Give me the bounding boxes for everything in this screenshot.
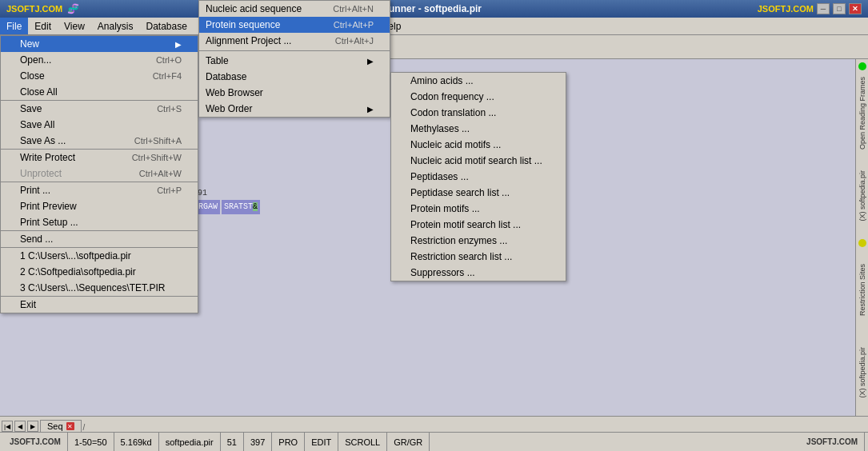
table-protein-motifs[interactable]: Protein motifs ...	[391, 201, 566, 217]
new-web-browser-label: Web Browser	[206, 87, 263, 98]
table-methylases[interactable]: Methylases ...	[391, 121, 566, 137]
status-mode-text: PRO	[278, 437, 298, 447]
menu-file[interactable]: File	[0, 18, 28, 34]
file-new-label: New	[20, 38, 39, 50]
file-save-shortcut: Ctrl+S	[157, 104, 182, 114]
menubar: File Edit View Analysis Database Options…	[0, 18, 868, 35]
status-scroll-text: SCROLL	[345, 437, 380, 447]
file-menu-send[interactable]: Send ...	[1, 231, 198, 247]
file-menu-open[interactable]: Open... Ctrl+O	[1, 52, 198, 68]
file-menu-close-all[interactable]: Close All	[1, 84, 198, 100]
status-grmode: GR/GR	[387, 433, 430, 451]
menu-analysis[interactable]: Analysis	[91, 18, 140, 34]
new-alignment[interactable]: Alignment Project ... Ctrl+Alt+J	[199, 33, 390, 49]
file-menu-exit[interactable]: Exit	[1, 297, 198, 313]
table-submenu: Amino acids ... Codon frequency ... Codo…	[390, 72, 566, 281]
maximize-button[interactable]: □	[833, 3, 846, 14]
table-restriction-search-list-label: Restriction search list ...	[410, 251, 512, 262]
table-codon-translation-label: Codon translation ...	[410, 107, 496, 118]
tab-seq[interactable]: Seq ✕	[40, 420, 82, 432]
file-menu-recent2[interactable]: 2 C:\Softpedia\softpedia.pir	[1, 264, 198, 280]
file-menu-section1: Open... Ctrl+O Close Ctrl+F4 Close All	[1, 52, 198, 101]
nav-prev[interactable]: ◀	[14, 421, 26, 432]
table-restriction-search-list[interactable]: Restriction search list ...	[391, 249, 566, 265]
file-menu-save-as[interactable]: Save As ... Ctrl+Shift+A	[1, 133, 198, 149]
file-recent3-label: 3 C:\Users\...\Sequences\TET.PIR	[20, 282, 165, 293]
table-codon-frequency-label: Codon frequency ...	[410, 91, 494, 102]
file-write-protect-shortcut: Ctrl+Shift+W	[132, 153, 182, 162]
status-size-text: 5.169kd	[121, 437, 152, 447]
table-peptidase-search[interactable]: Peptidase search list ...	[391, 185, 566, 201]
nav-first[interactable]: |◀	[2, 421, 13, 432]
new-database-label: Database	[206, 71, 246, 82]
minimize-button[interactable]: ─	[817, 3, 830, 14]
file-menu-print-setup[interactable]: Print Setup ...	[1, 214, 198, 230]
new-table[interactable]: Table ▶	[199, 53, 390, 69]
file-menu-section3: Write Protect Ctrl+Shift+W Unprotect Ctr…	[1, 150, 198, 182]
table-codon-frequency[interactable]: Codon frequency ...	[391, 89, 566, 105]
file-menu-print-preview[interactable]: Print Preview	[1, 198, 198, 214]
table-suppressors[interactable]: Suppressors ...	[391, 265, 566, 281]
sidebar-label-softpedia: (X) softpedia.pir	[858, 170, 866, 222]
table-restriction-enzymes[interactable]: Restriction enzymes ...	[391, 233, 566, 249]
table-codon-translation[interactable]: Codon translation ...	[391, 105, 566, 121]
statusbar: JSOFTJ.COM 1-50=50 5.169kd softpedia.pir…	[0, 432, 868, 451]
table-peptidase-search-label: Peptidase search list ...	[410, 187, 510, 198]
file-close-all-label: Close All	[20, 86, 58, 98]
file-print-label: Print ...	[20, 185, 50, 196]
status-logo-right-text: JSOFTJ.COM	[806, 437, 858, 446]
tab-add[interactable]: /	[82, 423, 87, 432]
status-range: 1-50=50	[68, 433, 114, 451]
file-menu-unprotect: Unprotect Ctrl+Alt+W	[1, 166, 198, 182]
menu-edit[interactable]: Edit	[28, 18, 58, 34]
table-nucleic-motifs[interactable]: Nucleic acid motifs ...	[391, 137, 566, 153]
nav-next[interactable]: ▶	[27, 421, 38, 432]
table-peptidases[interactable]: Peptidases ...	[391, 169, 566, 185]
table-protein-motif-search[interactable]: Protein motif search list ...	[391, 217, 566, 233]
new-alignment-shortcut: Ctrl+Alt+J	[335, 36, 374, 46]
file-save-label: Save	[20, 103, 42, 114]
new-nucleic[interactable]: Nucleic acid sequence Ctrl+Alt+N	[199, 1, 390, 17]
indicator-dot-yellow	[858, 239, 866, 247]
file-menu-close[interactable]: Close Ctrl+F4	[1, 68, 198, 84]
titlebar: JSOFTJ.COM 🧬 Gene Runner - softpedia.pir…	[0, 0, 868, 18]
tab-close-btn[interactable]: ✕	[66, 422, 74, 430]
status-range-text: 1-50=50	[74, 437, 107, 447]
table-methylases-label: Methylases ...	[410, 123, 470, 134]
new-web-browser[interactable]: Web Browser	[199, 85, 390, 101]
new-table-arrow: ▶	[367, 57, 374, 66]
file-print-shortcut: Ctrl+P	[157, 186, 182, 195]
status-pos1-text: 51	[227, 437, 237, 447]
new-alignment-label: Alignment Project ...	[206, 35, 291, 46]
new-submenu: Nucleic acid sequence Ctrl+Alt+N Protein…	[198, 0, 390, 118]
status-filename: softpedia.pir	[159, 433, 221, 451]
new-database[interactable]: Database	[199, 69, 390, 85]
file-menu-print[interactable]: Print ... Ctrl+P	[1, 182, 198, 198]
file-menu-recent1[interactable]: 1 C:\Users\...\softpedia.pir	[1, 248, 198, 264]
submenu-arrow-new: ▶	[175, 40, 182, 49]
file-save-all-label: Save All	[20, 119, 54, 130]
table-protein-motifs-label: Protein motifs ...	[410, 203, 480, 214]
table-restriction-enzymes-label: Restriction enzymes ...	[410, 235, 507, 246]
table-amino-acids[interactable]: Amino acids ...	[391, 73, 566, 89]
file-recent1-label: 1 C:\Users\...\softpedia.pir	[20, 250, 131, 261]
file-menu-recent3[interactable]: 3 C:\Users\...\Sequences\TET.PIR	[1, 280, 198, 296]
file-print-setup-label: Print Setup ...	[20, 217, 78, 228]
file-menu-write-protect[interactable]: Write Protect Ctrl+Shift+W	[1, 150, 198, 166]
status-size: 5.169kd	[114, 433, 159, 451]
table-peptidases-label: Peptidases ...	[410, 171, 469, 182]
menu-view[interactable]: View	[58, 18, 91, 34]
file-menu-save-all[interactable]: Save All	[1, 117, 198, 133]
table-nucleic-motifs-label: Nucleic acid motifs ...	[410, 139, 501, 150]
menu-database[interactable]: Database	[140, 18, 194, 34]
file-menu-new[interactable]: New ▶	[1, 36, 198, 52]
status-edit-text: EDIT	[311, 437, 331, 447]
file-menu-save[interactable]: Save Ctrl+S	[1, 101, 198, 117]
file-close-shortcut: Ctrl+F4	[153, 71, 182, 81]
close-button[interactable]: ✕	[849, 3, 862, 14]
table-nucleic-motif-search[interactable]: Nucleic acid motif search list ...	[391, 153, 566, 169]
status-logo-right: JSOFTJ.COM	[800, 433, 865, 451]
file-unprotect-shortcut: Ctrl+Alt+W	[139, 169, 182, 178]
new-web-order[interactable]: Web Order ▶	[199, 101, 390, 117]
new-protein[interactable]: Protein sequence Ctrl+Alt+P	[199, 17, 390, 33]
